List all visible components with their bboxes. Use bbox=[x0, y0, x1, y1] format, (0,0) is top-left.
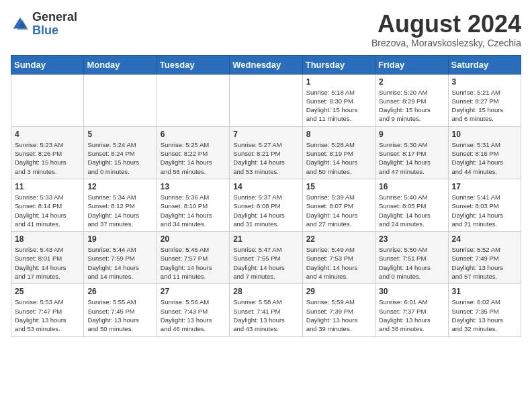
day-info: Sunrise: 5:25 AM Sunset: 8:22 PM Dayligh… bbox=[161, 140, 226, 176]
day-info: Sunrise: 5:52 AM Sunset: 7:49 PM Dayligh… bbox=[452, 245, 517, 281]
calendar-cell: 9Sunrise: 5:30 AM Sunset: 8:17 PM Daylig… bbox=[375, 126, 448, 179]
title-block: August 2024 Brezova, Moravskoslezsky, Cz… bbox=[371, 11, 521, 48]
calendar-cell: 5Sunrise: 5:24 AM Sunset: 8:24 PM Daylig… bbox=[84, 126, 157, 179]
calendar-week-row: 1Sunrise: 5:18 AM Sunset: 8:30 PM Daylig… bbox=[11, 74, 521, 126]
calendar-cell: 29Sunrise: 5:59 AM Sunset: 7:39 PM Dayli… bbox=[302, 284, 375, 336]
day-number: 8 bbox=[306, 130, 371, 139]
day-info: Sunrise: 5:18 AM Sunset: 8:30 PM Dayligh… bbox=[306, 88, 371, 124]
column-header-tuesday: Tuesday bbox=[157, 55, 229, 74]
calendar-cell bbox=[230, 74, 302, 126]
calendar-cell: 27Sunrise: 5:56 AM Sunset: 7:43 PM Dayli… bbox=[157, 284, 229, 336]
calendar-cell: 12Sunrise: 5:34 AM Sunset: 8:12 PM Dayli… bbox=[84, 179, 157, 231]
day-info: Sunrise: 5:27 AM Sunset: 8:21 PM Dayligh… bbox=[233, 140, 298, 176]
day-number: 22 bbox=[306, 234, 371, 244]
day-number: 11 bbox=[15, 182, 80, 191]
day-number: 14 bbox=[233, 182, 298, 191]
calendar-week-row: 18Sunrise: 5:43 AM Sunset: 8:01 PM Dayli… bbox=[11, 232, 521, 284]
day-info: Sunrise: 5:41 AM Sunset: 8:03 PM Dayligh… bbox=[452, 193, 517, 228]
day-number: 16 bbox=[379, 182, 444, 191]
logo: General Blue bbox=[11, 11, 77, 38]
day-info: Sunrise: 5:49 AM Sunset: 7:53 PM Dayligh… bbox=[306, 245, 371, 281]
calendar-cell: 19Sunrise: 5:44 AM Sunset: 7:59 PM Dayli… bbox=[84, 232, 157, 284]
day-number: 31 bbox=[452, 287, 517, 296]
day-info: Sunrise: 6:01 AM Sunset: 7:37 PM Dayligh… bbox=[379, 298, 444, 333]
calendar-cell: 25Sunrise: 5:53 AM Sunset: 7:47 PM Dayli… bbox=[11, 284, 84, 336]
day-number: 26 bbox=[87, 287, 152, 296]
calendar-week-row: 25Sunrise: 5:53 AM Sunset: 7:47 PM Dayli… bbox=[11, 284, 521, 336]
calendar-cell: 15Sunrise: 5:39 AM Sunset: 8:07 PM Dayli… bbox=[302, 179, 375, 231]
day-info: Sunrise: 5:39 AM Sunset: 8:07 PM Dayligh… bbox=[306, 193, 371, 228]
day-info: Sunrise: 5:59 AM Sunset: 7:39 PM Dayligh… bbox=[306, 298, 371, 333]
day-number: 9 bbox=[379, 130, 444, 139]
calendar-cell: 22Sunrise: 5:49 AM Sunset: 7:53 PM Dayli… bbox=[302, 232, 375, 284]
calendar-cell bbox=[84, 74, 157, 126]
calendar-cell bbox=[157, 74, 229, 126]
month-year-title: August 2024 bbox=[371, 11, 521, 38]
day-number: 19 bbox=[87, 234, 152, 244]
day-number: 25 bbox=[15, 287, 80, 296]
calendar-cell: 8Sunrise: 5:28 AM Sunset: 8:19 PM Daylig… bbox=[302, 126, 375, 179]
day-info: Sunrise: 5:50 AM Sunset: 7:51 PM Dayligh… bbox=[379, 245, 444, 281]
day-info: Sunrise: 5:23 AM Sunset: 8:26 PM Dayligh… bbox=[15, 140, 80, 176]
calendar-cell: 26Sunrise: 5:55 AM Sunset: 7:45 PM Dayli… bbox=[84, 284, 157, 336]
day-info: Sunrise: 5:24 AM Sunset: 8:24 PM Dayligh… bbox=[87, 140, 152, 176]
calendar-table: SundayMondayTuesdayWednesdayThursdayFrid… bbox=[11, 55, 521, 337]
column-header-monday: Monday bbox=[84, 55, 157, 74]
column-header-thursday: Thursday bbox=[302, 55, 375, 74]
column-header-saturday: Saturday bbox=[448, 55, 521, 74]
calendar-cell: 21Sunrise: 5:47 AM Sunset: 7:55 PM Dayli… bbox=[230, 232, 302, 284]
day-info: Sunrise: 5:56 AM Sunset: 7:43 PM Dayligh… bbox=[161, 298, 226, 333]
calendar-cell: 28Sunrise: 5:58 AM Sunset: 7:41 PM Dayli… bbox=[230, 284, 302, 336]
day-number: 29 bbox=[306, 287, 371, 296]
calendar-cell: 14Sunrise: 5:37 AM Sunset: 8:08 PM Dayli… bbox=[230, 179, 302, 231]
day-number: 17 bbox=[452, 182, 517, 191]
calendar-cell: 20Sunrise: 5:46 AM Sunset: 7:57 PM Dayli… bbox=[157, 232, 229, 284]
calendar-cell: 2Sunrise: 5:20 AM Sunset: 8:29 PM Daylig… bbox=[375, 74, 448, 126]
day-info: Sunrise: 5:43 AM Sunset: 8:01 PM Dayligh… bbox=[15, 245, 80, 281]
calendar-cell: 3Sunrise: 5:21 AM Sunset: 8:27 PM Daylig… bbox=[448, 74, 521, 126]
column-header-friday: Friday bbox=[375, 55, 448, 74]
day-number: 21 bbox=[233, 234, 298, 244]
day-number: 24 bbox=[452, 234, 517, 244]
day-info: Sunrise: 5:30 AM Sunset: 8:17 PM Dayligh… bbox=[379, 140, 444, 176]
day-info: Sunrise: 5:58 AM Sunset: 7:41 PM Dayligh… bbox=[233, 298, 298, 333]
day-info: Sunrise: 5:53 AM Sunset: 7:47 PM Dayligh… bbox=[15, 298, 80, 333]
calendar-cell: 31Sunrise: 6:02 AM Sunset: 7:35 PM Dayli… bbox=[448, 284, 521, 336]
calendar-week-row: 11Sunrise: 5:33 AM Sunset: 8:14 PM Dayli… bbox=[11, 179, 521, 231]
logo-blue-text: Blue bbox=[32, 24, 58, 37]
day-number: 30 bbox=[379, 287, 444, 296]
calendar-cell: 7Sunrise: 5:27 AM Sunset: 8:21 PM Daylig… bbox=[230, 126, 302, 179]
column-header-wednesday: Wednesday bbox=[230, 55, 302, 74]
column-header-sunday: Sunday bbox=[11, 55, 84, 74]
day-number: 13 bbox=[161, 182, 226, 191]
day-info: Sunrise: 5:20 AM Sunset: 8:29 PM Dayligh… bbox=[379, 88, 444, 124]
logo-icon bbox=[11, 15, 30, 34]
day-info: Sunrise: 5:47 AM Sunset: 7:55 PM Dayligh… bbox=[233, 245, 298, 281]
calendar-cell bbox=[11, 74, 84, 126]
calendar-cell: 23Sunrise: 5:50 AM Sunset: 7:51 PM Dayli… bbox=[375, 232, 448, 284]
day-number: 18 bbox=[15, 234, 80, 244]
page-header: General Blue August 2024 Brezova, Moravs… bbox=[11, 11, 521, 48]
calendar-cell: 24Sunrise: 5:52 AM Sunset: 7:49 PM Dayli… bbox=[448, 232, 521, 284]
calendar-cell: 6Sunrise: 5:25 AM Sunset: 8:22 PM Daylig… bbox=[157, 126, 229, 179]
calendar-cell: 10Sunrise: 5:31 AM Sunset: 8:16 PM Dayli… bbox=[448, 126, 521, 179]
calendar-header-row: SundayMondayTuesdayWednesdayThursdayFrid… bbox=[11, 55, 521, 74]
day-number: 2 bbox=[379, 77, 444, 87]
day-info: Sunrise: 5:55 AM Sunset: 7:45 PM Dayligh… bbox=[87, 298, 152, 333]
day-number: 28 bbox=[233, 287, 298, 296]
day-info: Sunrise: 5:44 AM Sunset: 7:59 PM Dayligh… bbox=[87, 245, 152, 281]
day-number: 10 bbox=[452, 130, 517, 139]
calendar-cell: 4Sunrise: 5:23 AM Sunset: 8:26 PM Daylig… bbox=[11, 126, 84, 179]
calendar-cell: 30Sunrise: 6:01 AM Sunset: 7:37 PM Dayli… bbox=[375, 284, 448, 336]
day-number: 1 bbox=[306, 77, 371, 87]
calendar-cell: 17Sunrise: 5:41 AM Sunset: 8:03 PM Dayli… bbox=[448, 179, 521, 231]
day-info: Sunrise: 5:34 AM Sunset: 8:12 PM Dayligh… bbox=[87, 193, 152, 228]
logo-general-text: General bbox=[32, 10, 77, 24]
location-subtitle: Brezova, Moravskoslezsky, Czechia bbox=[371, 38, 521, 48]
day-info: Sunrise: 6:02 AM Sunset: 7:35 PM Dayligh… bbox=[452, 298, 517, 333]
day-info: Sunrise: 5:46 AM Sunset: 7:57 PM Dayligh… bbox=[161, 245, 226, 281]
day-number: 7 bbox=[233, 130, 298, 139]
day-number: 20 bbox=[161, 234, 226, 244]
day-info: Sunrise: 5:31 AM Sunset: 8:16 PM Dayligh… bbox=[452, 140, 517, 176]
calendar-cell: 16Sunrise: 5:40 AM Sunset: 8:05 PM Dayli… bbox=[375, 179, 448, 231]
